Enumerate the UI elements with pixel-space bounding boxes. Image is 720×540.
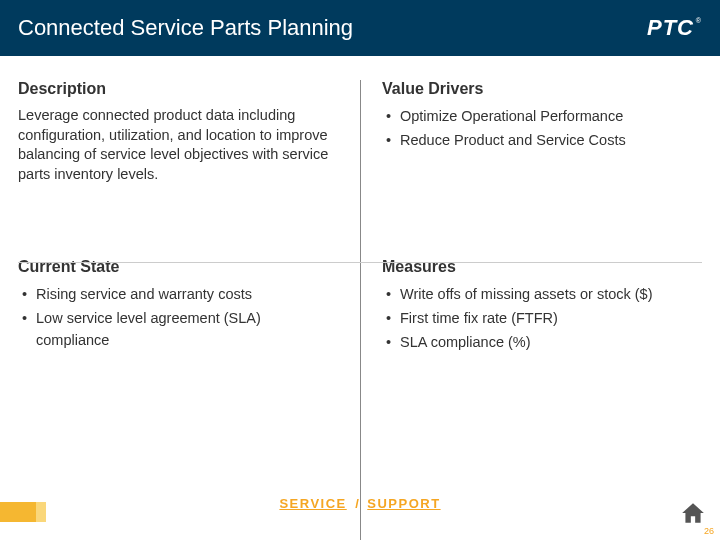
- content-grid: Description Leverage connected product d…: [0, 56, 720, 376]
- description-heading: Description: [18, 80, 338, 98]
- horizontal-divider: [18, 262, 702, 263]
- current-state-heading: Current State: [18, 258, 338, 276]
- list-item: Write offs of missing assets or stock ($…: [382, 284, 692, 306]
- measures-cell: Measures Write offs of missing assets or…: [360, 258, 702, 375]
- accent-bar: [0, 502, 36, 522]
- footer-separator: /: [355, 496, 359, 511]
- page-number: 26: [704, 526, 714, 536]
- header-bar: Connected Service Parts Planning PTC: [0, 0, 720, 56]
- value-drivers-heading: Value Drivers: [382, 80, 692, 98]
- list-item: Rising service and warranty costs: [18, 284, 338, 306]
- vertical-divider: [360, 80, 361, 540]
- description-body: Leverage connected product data includin…: [18, 106, 338, 184]
- service-link[interactable]: SERVICE: [279, 496, 346, 511]
- page-title: Connected Service Parts Planning: [18, 15, 353, 41]
- home-icon[interactable]: [680, 500, 706, 526]
- footer-nav: SERVICE / SUPPORT: [0, 494, 720, 512]
- measures-list: Write offs of missing assets or stock ($…: [382, 284, 692, 353]
- list-item: Reduce Product and Service Costs: [382, 130, 692, 152]
- list-item: First time fix rate (FTFR): [382, 308, 692, 330]
- description-cell: Description Leverage connected product d…: [18, 80, 360, 204]
- list-item: Low service level agreement (SLA) compli…: [18, 308, 338, 352]
- current-state-list: Rising service and warranty costs Low se…: [18, 284, 338, 351]
- list-item: SLA compliance (%): [382, 332, 692, 354]
- measures-heading: Measures: [382, 258, 692, 276]
- current-state-cell: Current State Rising service and warrant…: [18, 258, 360, 375]
- ptc-logo: PTC: [647, 15, 702, 41]
- value-drivers-list: Optimize Operational Performance Reduce …: [382, 106, 692, 152]
- value-drivers-cell: Value Drivers Optimize Operational Perfo…: [360, 80, 702, 204]
- list-item: Optimize Operational Performance: [382, 106, 692, 128]
- support-link[interactable]: SUPPORT: [367, 496, 440, 511]
- accent-bar-light: [36, 502, 46, 522]
